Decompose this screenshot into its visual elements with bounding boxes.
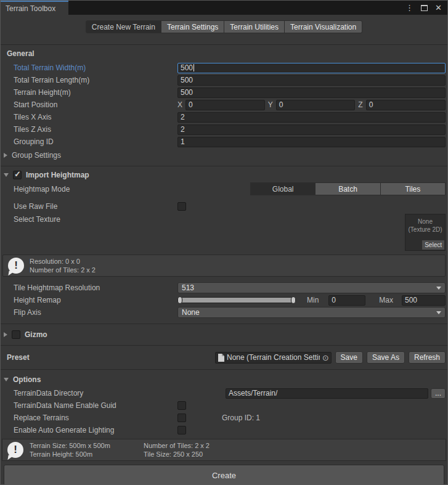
height-remap-min-input[interactable]: 0 bbox=[328, 295, 365, 306]
terraindata-directory-input[interactable]: Assets/Terrain/ bbox=[226, 388, 428, 399]
name-guid-label: TerrainData Name Enable Guid bbox=[1, 401, 177, 410]
preset-field-value: None (Terrain Creation Settings bbox=[227, 353, 320, 362]
divider bbox=[1, 345, 447, 346]
name-guid-checkbox[interactable] bbox=[177, 401, 186, 410]
kebab-menu-icon[interactable]: ⋮ bbox=[405, 3, 413, 12]
use-raw-file-row: Use Raw File bbox=[1, 200, 446, 213]
flip-axis-dropdown[interactable]: None bbox=[177, 307, 446, 318]
height-remap-label: Height Remap bbox=[1, 296, 177, 304]
tiles-x-axis-row: Tiles X Axis 2 bbox=[1, 111, 446, 123]
auto-lighting-row: Enable Auto Generate Lighting bbox=[1, 424, 446, 436]
height-remap-row: Height Remap Min 0 Max 500 bbox=[1, 294, 446, 306]
gizmo-checkbox[interactable] bbox=[12, 330, 20, 339]
close-icon[interactable]: ✕ bbox=[435, 3, 442, 12]
save-as-button[interactable]: Save As bbox=[367, 351, 405, 364]
preset-object-field[interactable]: None (Terrain Creation Settings ⊙ bbox=[215, 352, 332, 364]
replace-terrains-checkbox[interactable] bbox=[177, 414, 186, 422]
mode-global-button[interactable]: Global bbox=[250, 182, 316, 195]
group-settings-foldout[interactable]: Group Settings bbox=[1, 150, 447, 161]
file-icon bbox=[218, 354, 224, 362]
tab-terrain-settings[interactable]: Terrain Settings bbox=[161, 20, 224, 33]
start-position-label: Start Position bbox=[1, 100, 177, 109]
heightmap-mode-row: Heightmap Mode Global Batch Tiles bbox=[1, 181, 446, 197]
texture-object-field[interactable]: None (Texture 2D) Select bbox=[405, 214, 446, 251]
texture-none-line1: None bbox=[418, 218, 433, 225]
summary-tile-size: Tile Size: 250 x 250 bbox=[144, 450, 203, 458]
window-tab[interactable]: Terrain Toolbox bbox=[1, 1, 68, 15]
refresh-button[interactable]: Refresh bbox=[409, 351, 446, 364]
gizmo-foldout-row: Gizmo bbox=[1, 329, 447, 340]
tab-terrain-visualization[interactable]: Terrain Visualization bbox=[285, 20, 362, 33]
grouping-id-input[interactable]: 1 bbox=[177, 137, 446, 147]
height-remap-max-input[interactable]: 500 bbox=[402, 295, 446, 306]
general-header: General bbox=[1, 45, 447, 62]
tab-terrain-utilities[interactable]: Terrain Utilities bbox=[224, 20, 285, 33]
height-remap-slider[interactable] bbox=[177, 296, 296, 304]
flip-axis-row: Flip Axis None bbox=[1, 306, 446, 319]
chevron-right-icon[interactable] bbox=[4, 332, 7, 337]
slider-min-handle[interactable] bbox=[177, 296, 182, 304]
start-position-row: Start Position X0 Y0 Z0 bbox=[1, 99, 446, 111]
terrain-height-input[interactable]: 500 bbox=[177, 88, 446, 98]
import-heightmap-header-row: ✓ Import Heightmap bbox=[1, 169, 447, 180]
use-raw-file-label: Use Raw File bbox=[1, 202, 177, 211]
auto-lighting-label: Enable Auto Generate Lighting bbox=[1, 426, 177, 434]
terrain-toolbox-window: Terrain Toolbox ⋮ ✕ Create New Terrain T… bbox=[0, 0, 448, 485]
start-position-y-input[interactable]: 0 bbox=[276, 100, 356, 110]
tab-create-new-terrain[interactable]: Create New Terrain bbox=[86, 20, 161, 33]
create-button[interactable]: Create bbox=[4, 465, 444, 485]
tiles-x-axis-label: Tiles X Axis bbox=[1, 113, 177, 121]
resolution-info-line2: Number of Tiles: 2 x 2 bbox=[30, 266, 96, 274]
name-guid-row: TerrainData Name Enable Guid bbox=[1, 399, 446, 412]
info-icon: ! bbox=[8, 258, 24, 274]
browse-button[interactable]: ... bbox=[431, 388, 446, 399]
terrain-summary-box: ! Terrain Size: 500m x 500m Terrain Heig… bbox=[2, 439, 446, 461]
mode-batch-button[interactable]: Batch bbox=[316, 182, 380, 195]
save-button[interactable]: Save bbox=[335, 351, 363, 364]
z-axis-label: Z bbox=[358, 100, 362, 109]
tile-heightmap-resolution-row: Tile Heightmap Resolution 513 bbox=[1, 282, 446, 294]
info-icon: ! bbox=[7, 442, 23, 458]
chevron-down-icon bbox=[4, 378, 9, 381]
tiles-z-axis-label: Tiles Z Axis bbox=[1, 125, 177, 134]
tiles-x-axis-input[interactable]: 2 bbox=[177, 112, 446, 123]
chevron-right-icon bbox=[4, 153, 7, 158]
flip-axis-label: Flip Axis bbox=[1, 308, 177, 317]
select-texture-label: Select Texture bbox=[1, 214, 177, 224]
tiles-z-axis-row: Tiles Z Axis 2 bbox=[1, 123, 446, 136]
window-controls: ⋮ ✕ bbox=[405, 1, 447, 15]
slider-max-handle[interactable] bbox=[291, 296, 296, 304]
tile-heightmap-resolution-dropdown[interactable]: 513 bbox=[177, 282, 446, 293]
total-terrain-width-row: Total Terrain Width(m) 500 bbox=[1, 62, 446, 74]
grouping-id-row: Grouping ID 1 bbox=[1, 136, 446, 148]
total-terrain-length-input[interactable]: 500 bbox=[177, 75, 446, 86]
total-terrain-width-input[interactable]: 500 bbox=[177, 63, 446, 73]
texture-select-button[interactable]: Select bbox=[422, 240, 444, 250]
preset-label: Preset bbox=[1, 353, 215, 362]
total-terrain-width-label: Total Terrain Width(m) bbox=[1, 63, 177, 72]
options-foldout-row[interactable]: Options bbox=[1, 374, 447, 385]
use-raw-file-checkbox[interactable] bbox=[177, 202, 186, 211]
maximize-icon[interactable] bbox=[421, 5, 428, 11]
options-header: Options bbox=[13, 375, 41, 384]
chevron-down-icon[interactable] bbox=[4, 173, 9, 177]
object-picker-icon[interactable]: ⊙ bbox=[322, 354, 329, 362]
tiles-z-axis-input[interactable]: 2 bbox=[177, 124, 446, 135]
mode-tiles-button[interactable]: Tiles bbox=[381, 182, 446, 195]
terrain-height-label: Terrain Height(m) bbox=[1, 88, 177, 97]
terrain-height-row: Terrain Height(m) 500 bbox=[1, 86, 446, 99]
divider bbox=[1, 324, 447, 324]
resolution-info-box: ! Resolution: 0 x 0 Number of Tiles: 2 x… bbox=[2, 255, 446, 277]
dropdown-arrow-icon bbox=[436, 311, 441, 314]
preset-row: Preset None (Terrain Creation Settings ⊙… bbox=[1, 351, 446, 364]
group-settings-label: Group Settings bbox=[12, 151, 61, 160]
summary-terrain-height: Terrain Height: 500m bbox=[30, 450, 92, 458]
start-position-z-input[interactable]: 0 bbox=[366, 100, 446, 110]
heightmap-mode-toggle: Global Batch Tiles bbox=[250, 182, 446, 195]
resolution-info-line1: Resolution: 0 x 0 bbox=[30, 258, 80, 265]
import-heightmap-checkbox[interactable]: ✓ bbox=[13, 171, 22, 179]
group-id-text: Group ID: 1 bbox=[222, 414, 260, 422]
tile-heightmap-resolution-label: Tile Heightmap Resolution bbox=[1, 283, 177, 292]
auto-lighting-checkbox[interactable] bbox=[177, 426, 186, 434]
start-position-x-input[interactable]: 0 bbox=[185, 100, 265, 110]
